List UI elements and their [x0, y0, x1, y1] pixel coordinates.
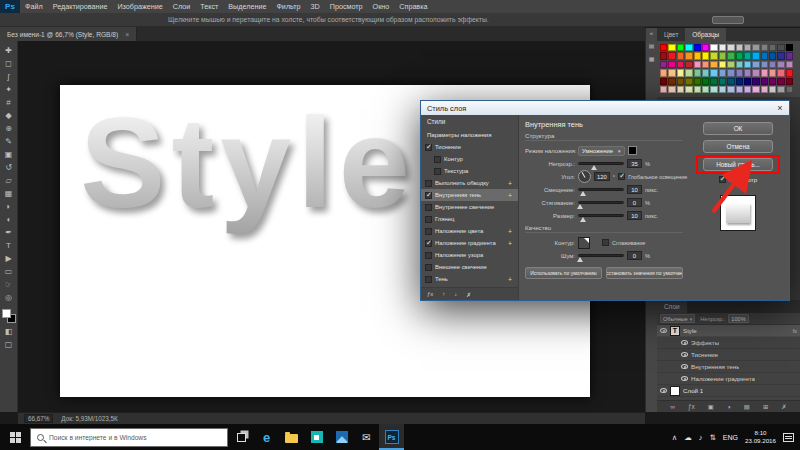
new-style-button[interactable]: Новый стиль...: [703, 158, 773, 171]
info-panel-icon[interactable]: ▦: [649, 55, 655, 62]
lasso-tool[interactable]: ʃ: [0, 70, 18, 83]
color-swatch[interactable]: [752, 86, 759, 93]
angle-value-field[interactable]: 120: [594, 172, 610, 181]
healing-brush-tool[interactable]: ⊕: [0, 122, 18, 135]
color-swatch[interactable]: [777, 52, 784, 59]
eraser-tool[interactable]: ▱: [0, 174, 18, 187]
menu-item[interactable]: Справка: [394, 0, 432, 13]
visibility-eye-icon[interactable]: [681, 376, 688, 381]
move-effect-up-icon[interactable]: ↑: [442, 291, 445, 297]
visibility-eye-icon[interactable]: [681, 340, 688, 345]
opacity-value-field[interactable]: 35: [627, 159, 642, 168]
color-swatch[interactable]: [685, 52, 692, 59]
slider-thumb[interactable]: [591, 165, 597, 170]
color-swatch[interactable]: [761, 69, 768, 76]
color-swatch[interactable]: [786, 52, 793, 59]
color-swatch[interactable]: [702, 78, 709, 85]
panel-tab[interactable]: Образцы: [685, 28, 726, 41]
quick-selection-tool[interactable]: ✦: [0, 83, 18, 96]
chevron-down-icon[interactable]: [593, 238, 599, 248]
language-indicator[interactable]: ENG: [723, 434, 738, 441]
pen-tool[interactable]: ✒: [0, 226, 18, 239]
layer-row[interactable]: Внутренняя тень: [657, 361, 800, 373]
slider-thumb[interactable]: [577, 204, 583, 209]
gradient-tool[interactable]: ▦: [0, 187, 18, 200]
layer-group-icon[interactable]: ▤: [744, 403, 750, 410]
slider-thumb[interactable]: [580, 217, 586, 222]
mail-app-button[interactable]: ✉: [354, 424, 379, 450]
color-swatch[interactable]: [702, 86, 709, 93]
color-swatch[interactable]: [660, 61, 667, 68]
set-defaults-button[interactable]: Использовать по умолчанию: [525, 267, 602, 279]
delete-layer-icon[interactable]: ✗: [781, 403, 786, 410]
color-swatch[interactable]: [677, 69, 684, 76]
color-swatch[interactable]: [777, 44, 784, 51]
history-brush-tool[interactable]: ↺: [0, 161, 18, 174]
distance-slider[interactable]: [578, 188, 624, 191]
dialog-close-icon[interactable]: ×: [771, 101, 789, 115]
color-swatch[interactable]: [752, 44, 759, 51]
layer-fx-badge[interactable]: fx: [793, 328, 797, 334]
color-swatch[interactable]: [710, 78, 717, 85]
action-center-icon[interactable]: [783, 433, 794, 442]
color-swatch[interactable]: [668, 86, 675, 93]
color-swatch[interactable]: [710, 52, 717, 59]
color-swatch[interactable]: [736, 44, 743, 51]
photos-app-button[interactable]: [329, 424, 354, 450]
color-swatch[interactable]: [761, 44, 768, 51]
color-swatch[interactable]: [685, 69, 692, 76]
color-swatch[interactable]: [702, 69, 709, 76]
color-swatch[interactable]: [736, 52, 743, 59]
effect-row[interactable]: Наложение узора: [421, 249, 518, 261]
foreground-color-swatch[interactable]: [2, 309, 11, 318]
color-swatch[interactable]: [710, 86, 717, 93]
onedrive-cloud-icon[interactable]: ☁: [684, 433, 692, 442]
size-slider[interactable]: [578, 214, 624, 217]
color-swatch[interactable]: [719, 69, 726, 76]
color-swatch[interactable]: [777, 86, 784, 93]
tray-expand-icon[interactable]: ∧: [672, 433, 678, 442]
link-layers-icon[interactable]: ∞: [670, 403, 675, 410]
add-effect-icon[interactable]: [508, 228, 515, 235]
color-swatch[interactable]: [677, 61, 684, 68]
foreground-background-swatches[interactable]: [2, 309, 16, 323]
workspace-button[interactable]: [712, 16, 744, 24]
color-swatch[interactable]: [694, 61, 701, 68]
color-swatch[interactable]: [744, 69, 751, 76]
effect-checkbox[interactable]: [425, 228, 432, 235]
visibility-eye-icon[interactable]: [681, 364, 688, 369]
color-swatch[interactable]: [736, 61, 743, 68]
effect-row[interactable]: Наложение цвета: [421, 225, 518, 237]
choke-slider[interactable]: [578, 201, 624, 204]
menu-item[interactable]: Редактирование: [48, 0, 113, 13]
menu-item[interactable]: 3D: [306, 0, 325, 13]
color-swatch[interactable]: [786, 61, 793, 68]
tab-close-icon[interactable]: ×: [125, 31, 129, 38]
effect-checkbox[interactable]: [425, 264, 432, 271]
visibility-eye-icon[interactable]: [681, 352, 688, 357]
layer-row[interactable]: Наложение градиента: [657, 373, 800, 385]
color-swatch[interactable]: [694, 78, 701, 85]
color-swatch[interactable]: [744, 78, 751, 85]
color-swatch[interactable]: [744, 86, 751, 93]
color-swatch[interactable]: [736, 86, 743, 93]
blend-mode-dropdown[interactable]: Обычные: [660, 314, 695, 323]
layer-row[interactable]: Тиснение: [657, 349, 800, 361]
color-swatch[interactable]: [777, 78, 784, 85]
delete-effect-icon[interactable]: ✗: [466, 291, 471, 298]
menu-item[interactable]: Выделение: [223, 0, 271, 13]
color-swatch[interactable]: [694, 69, 701, 76]
shadow-color-swatch[interactable]: [628, 146, 637, 155]
color-swatch[interactable]: [702, 52, 709, 59]
effect-row[interactable]: Выполнить обводку: [421, 177, 518, 189]
color-swatch[interactable]: [777, 61, 784, 68]
color-swatch[interactable]: [677, 78, 684, 85]
color-swatch[interactable]: [786, 44, 793, 51]
reset-defaults-button[interactable]: Восстановить значения по умолчанию: [606, 267, 683, 279]
color-swatch[interactable]: [660, 44, 667, 51]
opacity-slider[interactable]: [578, 162, 624, 165]
menu-item[interactable]: Окно: [368, 0, 395, 13]
color-swatch[interactable]: [694, 44, 701, 51]
color-swatch[interactable]: [752, 52, 759, 59]
color-swatch[interactable]: [719, 86, 726, 93]
